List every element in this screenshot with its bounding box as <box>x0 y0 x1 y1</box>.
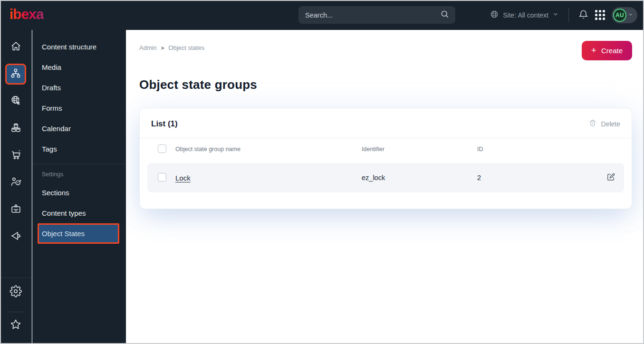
rail-item-home[interactable] <box>5 37 26 57</box>
grid-icon <box>595 10 605 20</box>
edit-button[interactable] <box>606 172 615 183</box>
rail-bottom <box>0 277 31 344</box>
edit-icon <box>606 172 615 183</box>
rail-item-personalization[interactable] <box>5 172 26 193</box>
user-menu[interactable]: AU <box>612 7 637 23</box>
row-id: 2 <box>477 174 597 182</box>
create-button-label: Create <box>601 47 623 55</box>
sidebar-item-content-structure[interactable]: Content structure <box>32 37 126 57</box>
gear-icon <box>10 285 22 299</box>
table-row: Lock ez_lock 2 <box>147 163 624 192</box>
table-header-row: Object state group name Identifier ID <box>147 138 624 160</box>
breadcrumb-admin[interactable]: Admin <box>139 44 157 51</box>
card-header: List (1) Delete <box>140 108 632 138</box>
site-context-dropdown[interactable]: Site: All context <box>490 10 559 20</box>
settings-section-label: Settings <box>32 168 126 182</box>
sidebar-item-media[interactable]: Media <box>32 57 126 77</box>
chevron-down-icon <box>627 11 634 19</box>
rail-divider <box>0 277 31 278</box>
object-state-groups-card: List (1) Delete Object state group name … <box>139 108 632 209</box>
menu-sidebar: Content structure Media Drafts Forms Cal… <box>32 30 126 344</box>
bell-icon <box>578 10 588 21</box>
list-title: List (1) <box>151 119 178 129</box>
object-state-groups-table: Object state group name Identifier ID Lo… <box>140 138 632 209</box>
globe-icon <box>490 10 499 20</box>
main-header: Admin > Object states + Create <box>139 41 632 60</box>
rail-item-settings[interactable] <box>5 282 26 303</box>
rail-item-content-structure[interactable] <box>5 64 26 85</box>
globe-cursor-icon <box>10 95 22 108</box>
megaphone-icon <box>10 230 22 244</box>
trash-icon <box>588 119 597 129</box>
search-icon[interactable] <box>440 10 450 21</box>
column-header-name: Object state group name <box>175 146 362 153</box>
breadcrumb-separator: > <box>161 45 164 51</box>
ibexa-logo[interactable]: ibexa <box>10 7 44 23</box>
boxes-icon <box>10 122 22 135</box>
topbar-right: Site: All context AU <box>490 0 637 30</box>
column-header-identifier: Identifier <box>362 146 477 153</box>
cart-icon <box>10 149 22 162</box>
home-icon <box>10 40 22 54</box>
sidebar-item-object-states[interactable]: Object States <box>38 223 119 244</box>
avatar: AU <box>613 9 626 22</box>
select-all-checkbox[interactable] <box>158 144 166 153</box>
sidebar-item-content-types[interactable]: Content types <box>32 203 126 223</box>
object-state-group-link[interactable]: Lock <box>175 174 191 182</box>
rail-item-products[interactable] <box>5 118 26 139</box>
rail-item-bookmarks[interactable] <box>5 315 26 336</box>
create-button[interactable]: + Create <box>582 41 632 60</box>
breadcrumb-object-states[interactable]: Object states <box>168 44 204 51</box>
breadcrumb: Admin > Object states <box>139 41 204 51</box>
page-title: Object state groups <box>139 77 632 92</box>
rail-item-corporate[interactable] <box>5 199 26 220</box>
id-badge-icon <box>10 203 22 217</box>
search-input[interactable] <box>305 11 440 19</box>
topbar-divider <box>568 8 569 22</box>
global-search[interactable] <box>298 6 455 24</box>
site-context-label: Site: All context <box>503 11 548 19</box>
plus-icon: + <box>591 46 596 55</box>
sidebar-item-calendar[interactable]: Calendar <box>32 118 126 139</box>
delete-button-label: Delete <box>601 120 620 128</box>
column-header-id: ID <box>477 146 597 153</box>
rail-item-marketing[interactable] <box>5 226 26 247</box>
sidebar-item-sections[interactable]: Sections <box>32 182 126 203</box>
sidebar-item-drafts[interactable]: Drafts <box>32 77 126 98</box>
rail-item-commerce[interactable] <box>5 145 26 166</box>
menu-divider <box>32 164 126 164</box>
rail-divider-short <box>7 312 24 312</box>
chevron-down-icon <box>552 11 559 19</box>
notifications-button[interactable] <box>578 10 588 21</box>
delete-button[interactable]: Delete <box>588 119 620 129</box>
sidebar-item-tags[interactable]: Tags <box>32 139 126 159</box>
sitemap-icon <box>10 67 21 81</box>
topbar: ibexa Site: All context AU <box>0 0 644 30</box>
row-identifier: ez_lock <box>362 174 477 182</box>
apps-grid-button[interactable] <box>595 10 605 20</box>
row-checkbox[interactable] <box>158 173 166 182</box>
icon-rail <box>0 30 32 344</box>
person-target-icon <box>10 176 22 190</box>
rail-item-site[interactable] <box>5 91 26 112</box>
sidebar-item-forms[interactable]: Forms <box>32 98 126 118</box>
main-content: Admin > Object states + Create Object st… <box>126 30 644 344</box>
star-icon <box>10 318 22 333</box>
